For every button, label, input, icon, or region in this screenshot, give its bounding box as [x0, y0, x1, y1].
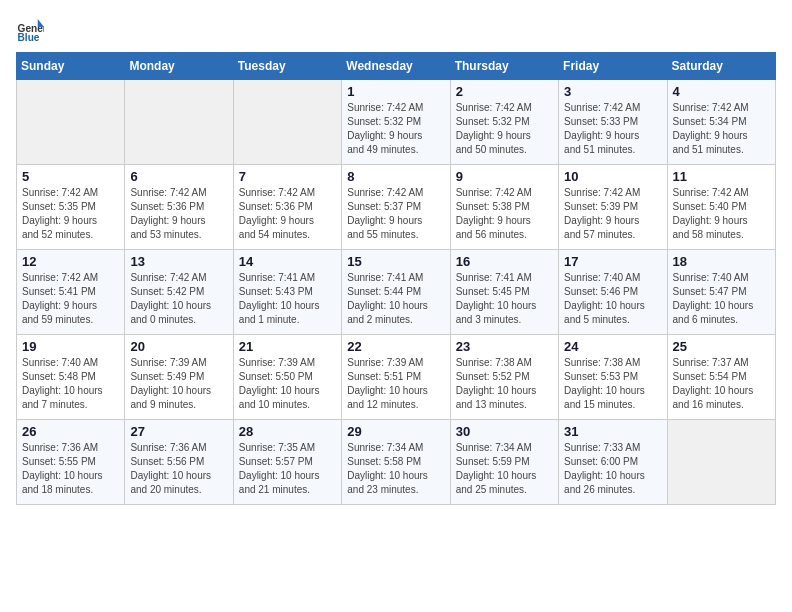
day-number: 30: [456, 424, 553, 439]
calendar-cell: 5Sunrise: 7:42 AM Sunset: 5:35 PM Daylig…: [17, 165, 125, 250]
day-info: Sunrise: 7:34 AM Sunset: 5:59 PM Dayligh…: [456, 441, 553, 497]
day-number: 31: [564, 424, 661, 439]
day-number: 15: [347, 254, 444, 269]
calendar-cell: 1Sunrise: 7:42 AM Sunset: 5:32 PM Daylig…: [342, 80, 450, 165]
day-number: 18: [673, 254, 770, 269]
day-number: 29: [347, 424, 444, 439]
day-number: 12: [22, 254, 119, 269]
day-number: 27: [130, 424, 227, 439]
logo: General Blue: [16, 16, 48, 44]
calendar-cell: 3Sunrise: 7:42 AM Sunset: 5:33 PM Daylig…: [559, 80, 667, 165]
day-number: 19: [22, 339, 119, 354]
day-number: 25: [673, 339, 770, 354]
calendar-cell: [667, 420, 775, 505]
calendar-cell: 24Sunrise: 7:38 AM Sunset: 5:53 PM Dayli…: [559, 335, 667, 420]
day-number: 1: [347, 84, 444, 99]
day-number: 17: [564, 254, 661, 269]
day-number: 2: [456, 84, 553, 99]
day-number: 6: [130, 169, 227, 184]
day-number: 11: [673, 169, 770, 184]
calendar-table: SundayMondayTuesdayWednesdayThursdayFrid…: [16, 52, 776, 505]
day-number: 22: [347, 339, 444, 354]
weekday-header-sunday: Sunday: [17, 53, 125, 80]
day-info: Sunrise: 7:39 AM Sunset: 5:49 PM Dayligh…: [130, 356, 227, 412]
day-number: 5: [22, 169, 119, 184]
day-info: Sunrise: 7:40 AM Sunset: 5:47 PM Dayligh…: [673, 271, 770, 327]
day-info: Sunrise: 7:42 AM Sunset: 5:33 PM Dayligh…: [564, 101, 661, 157]
calendar-cell: 26Sunrise: 7:36 AM Sunset: 5:55 PM Dayli…: [17, 420, 125, 505]
day-number: 8: [347, 169, 444, 184]
calendar-cell: 20Sunrise: 7:39 AM Sunset: 5:49 PM Dayli…: [125, 335, 233, 420]
calendar-cell: 8Sunrise: 7:42 AM Sunset: 5:37 PM Daylig…: [342, 165, 450, 250]
week-row-2: 5Sunrise: 7:42 AM Sunset: 5:35 PM Daylig…: [17, 165, 776, 250]
day-number: 7: [239, 169, 336, 184]
day-number: 28: [239, 424, 336, 439]
day-number: 20: [130, 339, 227, 354]
svg-text:Blue: Blue: [18, 32, 40, 43]
day-number: 9: [456, 169, 553, 184]
calendar-cell: 4Sunrise: 7:42 AM Sunset: 5:34 PM Daylig…: [667, 80, 775, 165]
day-info: Sunrise: 7:42 AM Sunset: 5:37 PM Dayligh…: [347, 186, 444, 242]
calendar-cell: 27Sunrise: 7:36 AM Sunset: 5:56 PM Dayli…: [125, 420, 233, 505]
week-row-5: 26Sunrise: 7:36 AM Sunset: 5:55 PM Dayli…: [17, 420, 776, 505]
calendar-cell: 14Sunrise: 7:41 AM Sunset: 5:43 PM Dayli…: [233, 250, 341, 335]
calendar-cell: 19Sunrise: 7:40 AM Sunset: 5:48 PM Dayli…: [17, 335, 125, 420]
day-info: Sunrise: 7:33 AM Sunset: 6:00 PM Dayligh…: [564, 441, 661, 497]
day-info: Sunrise: 7:41 AM Sunset: 5:43 PM Dayligh…: [239, 271, 336, 327]
day-info: Sunrise: 7:42 AM Sunset: 5:35 PM Dayligh…: [22, 186, 119, 242]
weekday-header-thursday: Thursday: [450, 53, 558, 80]
weekday-header-row: SundayMondayTuesdayWednesdayThursdayFrid…: [17, 53, 776, 80]
day-info: Sunrise: 7:39 AM Sunset: 5:50 PM Dayligh…: [239, 356, 336, 412]
day-number: 24: [564, 339, 661, 354]
day-number: 26: [22, 424, 119, 439]
weekday-header-friday: Friday: [559, 53, 667, 80]
day-number: 13: [130, 254, 227, 269]
week-row-3: 12Sunrise: 7:42 AM Sunset: 5:41 PM Dayli…: [17, 250, 776, 335]
week-row-1: 1Sunrise: 7:42 AM Sunset: 5:32 PM Daylig…: [17, 80, 776, 165]
day-info: Sunrise: 7:42 AM Sunset: 5:36 PM Dayligh…: [239, 186, 336, 242]
calendar-cell: 13Sunrise: 7:42 AM Sunset: 5:42 PM Dayli…: [125, 250, 233, 335]
calendar-cell: 17Sunrise: 7:40 AM Sunset: 5:46 PM Dayli…: [559, 250, 667, 335]
calendar-cell: 6Sunrise: 7:42 AM Sunset: 5:36 PM Daylig…: [125, 165, 233, 250]
calendar-cell: 2Sunrise: 7:42 AM Sunset: 5:32 PM Daylig…: [450, 80, 558, 165]
day-info: Sunrise: 7:42 AM Sunset: 5:40 PM Dayligh…: [673, 186, 770, 242]
calendar-cell: 28Sunrise: 7:35 AM Sunset: 5:57 PM Dayli…: [233, 420, 341, 505]
day-number: 3: [564, 84, 661, 99]
weekday-header-wednesday: Wednesday: [342, 53, 450, 80]
day-info: Sunrise: 7:41 AM Sunset: 5:44 PM Dayligh…: [347, 271, 444, 327]
calendar-cell: [17, 80, 125, 165]
calendar-cell: 18Sunrise: 7:40 AM Sunset: 5:47 PM Dayli…: [667, 250, 775, 335]
calendar-cell: 11Sunrise: 7:42 AM Sunset: 5:40 PM Dayli…: [667, 165, 775, 250]
day-info: Sunrise: 7:42 AM Sunset: 5:41 PM Dayligh…: [22, 271, 119, 327]
calendar-cell: 12Sunrise: 7:42 AM Sunset: 5:41 PM Dayli…: [17, 250, 125, 335]
day-info: Sunrise: 7:42 AM Sunset: 5:42 PM Dayligh…: [130, 271, 227, 327]
calendar-cell: 7Sunrise: 7:42 AM Sunset: 5:36 PM Daylig…: [233, 165, 341, 250]
week-row-4: 19Sunrise: 7:40 AM Sunset: 5:48 PM Dayli…: [17, 335, 776, 420]
day-info: Sunrise: 7:42 AM Sunset: 5:39 PM Dayligh…: [564, 186, 661, 242]
calendar-cell: 25Sunrise: 7:37 AM Sunset: 5:54 PM Dayli…: [667, 335, 775, 420]
calendar-cell: 9Sunrise: 7:42 AM Sunset: 5:38 PM Daylig…: [450, 165, 558, 250]
page-header: General Blue: [16, 16, 776, 44]
day-number: 21: [239, 339, 336, 354]
day-number: 16: [456, 254, 553, 269]
day-number: 23: [456, 339, 553, 354]
weekday-header-saturday: Saturday: [667, 53, 775, 80]
day-info: Sunrise: 7:40 AM Sunset: 5:46 PM Dayligh…: [564, 271, 661, 327]
calendar-cell: 16Sunrise: 7:41 AM Sunset: 5:45 PM Dayli…: [450, 250, 558, 335]
weekday-header-monday: Monday: [125, 53, 233, 80]
day-number: 14: [239, 254, 336, 269]
weekday-header-tuesday: Tuesday: [233, 53, 341, 80]
day-info: Sunrise: 7:37 AM Sunset: 5:54 PM Dayligh…: [673, 356, 770, 412]
calendar-cell: 21Sunrise: 7:39 AM Sunset: 5:50 PM Dayli…: [233, 335, 341, 420]
day-info: Sunrise: 7:42 AM Sunset: 5:38 PM Dayligh…: [456, 186, 553, 242]
day-info: Sunrise: 7:36 AM Sunset: 5:55 PM Dayligh…: [22, 441, 119, 497]
logo-icon: General Blue: [16, 16, 44, 44]
calendar-cell: 22Sunrise: 7:39 AM Sunset: 5:51 PM Dayli…: [342, 335, 450, 420]
calendar-cell: 10Sunrise: 7:42 AM Sunset: 5:39 PM Dayli…: [559, 165, 667, 250]
day-info: Sunrise: 7:38 AM Sunset: 5:53 PM Dayligh…: [564, 356, 661, 412]
calendar-cell: 30Sunrise: 7:34 AM Sunset: 5:59 PM Dayli…: [450, 420, 558, 505]
day-number: 10: [564, 169, 661, 184]
calendar-cell: [125, 80, 233, 165]
calendar-cell: 15Sunrise: 7:41 AM Sunset: 5:44 PM Dayli…: [342, 250, 450, 335]
day-info: Sunrise: 7:42 AM Sunset: 5:36 PM Dayligh…: [130, 186, 227, 242]
